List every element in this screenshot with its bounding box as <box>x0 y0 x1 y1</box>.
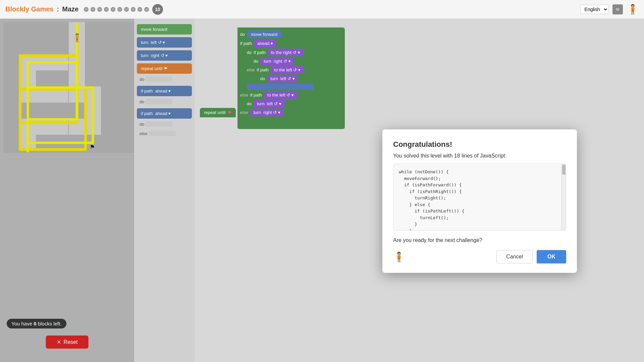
congrats-dialog: Congratulations! You solved this level w… <box>382 129 577 273</box>
code-line-7: if (isPathLeft()) { <box>399 208 560 215</box>
code-box[interactable]: while (notDone()) { moveForward(); if (i… <box>393 164 566 231</box>
dialog-avatar: 🧍 <box>393 251 405 262</box>
code-line-5: turnRight(); <box>399 195 560 201</box>
code-line-2: moveForward(); <box>399 175 560 182</box>
code-line-4: if (isPathRight()) { <box>399 188 560 195</box>
congrats-title: Congratulations! <box>393 140 566 149</box>
code-line-8: turnLeft(); <box>399 215 560 221</box>
code-line-6: } else { <box>399 201 560 208</box>
code-line-3: if (isPathForward()) { <box>399 182 560 188</box>
code-line-10: } <box>399 228 560 231</box>
code-scrollbar-thumb[interactable] <box>562 165 566 175</box>
dialog-buttons: Cancel OK <box>496 250 566 263</box>
ok-button[interactable]: OK <box>537 250 566 263</box>
next-challenge-text: Are you ready for the next challenge? <box>393 237 566 243</box>
congrats-subtitle: You solved this level with 18 lines of J… <box>393 153 566 159</box>
code-scrollbar[interactable] <box>561 164 566 230</box>
code-line-9: } <box>399 221 560 228</box>
cancel-button[interactable]: Cancel <box>496 250 533 263</box>
dialog-overlay: Congratulations! You solved this level w… <box>0 0 644 362</box>
code-line-1: while (notDone()) { <box>399 169 560 175</box>
dialog-footer: 🧍 Cancel OK <box>393 250 566 263</box>
